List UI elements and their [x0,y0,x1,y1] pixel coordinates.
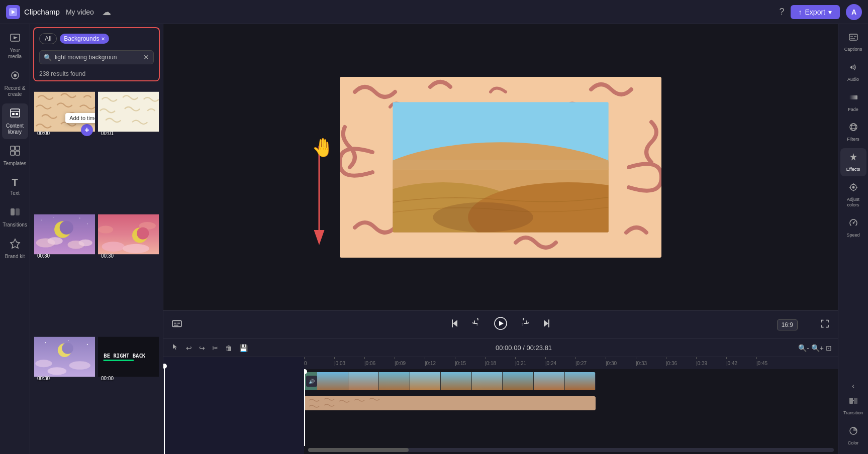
ruler-tick-7: |0:21 [515,361,526,366]
svg-rect-66 [849,34,857,40]
right-sidebar-item-fade[interactable]: Fade [840,88,866,117]
right-sidebar-item-effects[interactable]: Effects [840,148,866,176]
collapse-right-sidebar-btn[interactable]: ‹ [852,382,854,390]
forward-5s-button[interactable]: 5 [516,316,531,333]
ruler-tick-12: |0:36 [666,361,677,366]
fullscreen-button[interactable] [820,318,830,331]
svg-point-26 [47,237,62,245]
ruler-tick-1: |0:03 [334,361,345,366]
zoom-out-btn[interactable]: 🔍- [798,344,809,352]
app-name: Clipchamp [24,8,60,16]
svg-point-43 [68,340,69,342]
right-sidebar-item-audio[interactable]: Audio [840,58,866,86]
zoom-in-btn[interactable]: 🔍+ [811,344,824,352]
right-sidebar-item-color[interactable]: Color [840,422,866,450]
svg-rect-65 [304,396,596,410]
undo-btn[interactable]: ↩ [184,343,194,354]
filter-all-button[interactable]: All [39,33,57,44]
svg-point-41 [47,367,66,375]
user-avatar[interactable]: A [846,4,862,20]
sidebar-item-templates[interactable]: Templates [2,141,28,171]
right-sidebar-item-adjust-colors[interactable]: Adjust colors [840,178,866,212]
text-label: Text [10,190,19,196]
skip-forward-button[interactable] [539,316,554,333]
templates-label: Templates [4,161,27,167]
sidebar-item-brand-kit[interactable]: Brand kit [2,234,28,264]
select-tool-btn[interactable] [169,342,180,354]
filter-backgrounds-tag[interactable]: Backgrounds ✕ [60,34,109,44]
sidebar-item-content-library[interactable]: Content library [2,103,28,139]
play-button[interactable] [494,316,508,333]
filter-row: All Backgrounds ✕ [33,27,160,47]
right-sidebar-item-filters[interactable]: Filters [840,118,866,146]
audio-label: Audio [847,77,859,82]
search-clear-icon[interactable]: ✕ [143,53,149,61]
svg-point-80 [852,186,854,188]
ruler-tick-0: 0 [304,361,307,366]
sidebar-item-text[interactable]: T Text [2,173,28,200]
logo-icon [6,5,20,19]
cut-btn[interactable]: ✂ [211,343,220,354]
sidebar-item-transitions[interactable]: Transitions [2,202,28,232]
help-icon[interactable]: ? [780,7,785,17]
ruler-tick-9: |0:27 [575,361,587,366]
transition-label: Transition [843,410,863,416]
zoom-fit-btn[interactable]: ⊡ [826,344,832,352]
right-sidebar-item-speed[interactable]: Speed [840,214,866,242]
cloud-save-btn[interactable]: ☁ [100,5,113,20]
adjust-colors-label: Adjust colors [842,197,864,208]
svg-rect-47 [104,360,134,361]
svg-point-35 [123,244,149,253]
background-clip[interactable] [304,396,596,410]
thumbnail-4[interactable]: 00:30 [98,208,159,261]
aspect-ratio-badge[interactable]: 16:9 [777,319,798,330]
ruler-tick-14: |0:42 [726,361,737,366]
skip-back-button[interactable] [447,316,462,333]
svg-rect-13 [16,208,20,215]
thumb5-time: 00:30 [37,376,50,381]
redo-btn[interactable]: ↪ [198,343,207,354]
ruler-tick-8: |0:24 [545,361,556,366]
sidebar-item-record[interactable]: Record & create [2,66,28,101]
right-sidebar-item-transition[interactable]: Transition [840,392,866,420]
svg-point-21 [79,218,80,219]
svg-rect-4 [11,109,20,117]
caption-button[interactable] [171,318,182,331]
thumb2-time: 00:01 [101,131,114,136]
export-button[interactable]: ↑ Export ▾ [791,5,840,19]
thumbnail-1[interactable]: 00:00 + Add to timeline [34,85,95,138]
background-track-row [304,393,838,414]
fade-icon [848,92,858,105]
content-library-icon [10,107,21,121]
thumbnail-2[interactable]: 00:01 [98,85,159,138]
timeline-ruler: 0 |0:03 |0:06 |0:09 |0:12 |0:15 |0:18 |0… [304,357,838,369]
svg-point-42 [45,342,46,343]
search-row: 🔍 ✕ [33,47,160,67]
video-title[interactable]: My video [66,8,94,16]
content-library-label: Content library [4,123,26,135]
video-clip[interactable]: 🔊 [304,372,596,390]
effects-label: Effects [846,167,860,172]
sidebar-item-your-media[interactable]: Your media [2,28,28,64]
thumb1-add-btn[interactable]: + [81,124,93,136]
save-btn[interactable]: 💾 [238,343,249,354]
app-logo: Clipchamp [6,5,60,19]
adjust-colors-icon [848,182,858,195]
rewind-5s-button[interactable]: 5 [470,316,486,333]
video-container [340,77,661,258]
search-input[interactable] [55,54,140,61]
thumbnail-3[interactable]: 00:30 [34,208,95,261]
delete-btn[interactable]: 🗑 [224,343,234,354]
timeline-ruler-area: 0 |0:03 |0:06 |0:09 |0:12 |0:15 |0:18 |0… [304,357,838,454]
timeline-scrollbar-thumb[interactable] [308,448,409,452]
ruler-tick-10: |0:30 [606,361,617,366]
thumbnail-5[interactable]: 00:30 [34,330,95,383]
svg-marker-14 [11,239,20,248]
add-to-timeline-tooltip: Add to timeline [65,113,95,123]
filter-tag-close-icon[interactable]: ✕ [101,36,105,42]
thumbnail-6[interactable]: BE RIGHT BACK 00:00 [98,330,159,383]
svg-point-3 [14,74,17,77]
timeline-scrollbar[interactable] [308,448,834,452]
right-sidebar-item-captions[interactable]: Captions [840,28,866,56]
brand-kit-icon [10,238,21,252]
